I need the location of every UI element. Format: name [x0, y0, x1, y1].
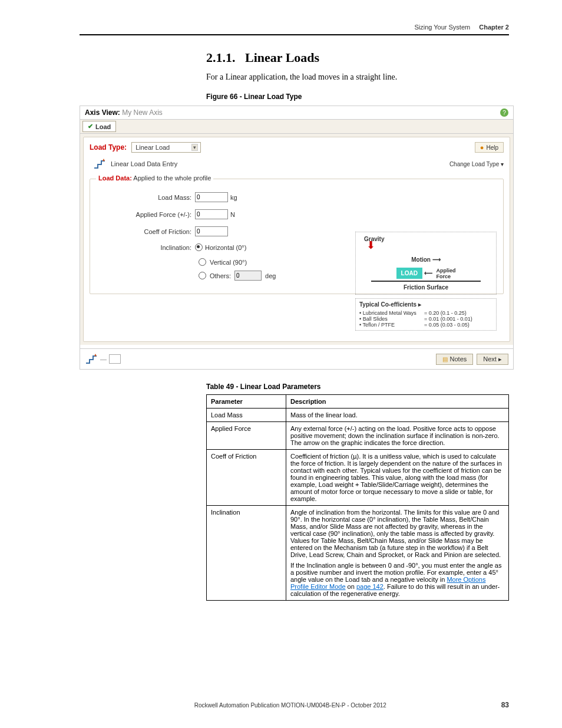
applied-force-unit: N [230, 211, 235, 218]
param-cell: Inclination [207, 506, 286, 601]
tab-label: Load [95, 123, 111, 130]
check-icon: ✔ [88, 123, 93, 130]
inclination-p1: Angle of inclination from the horizontal… [290, 509, 504, 558]
profile-icon[interactable] [85, 353, 98, 365]
linear-load-icon [93, 157, 106, 170]
table-row: Load Mass Mass of the linear load. [207, 409, 509, 422]
page-number: 83 [501, 701, 509, 709]
inclination-others-label: Others: [210, 272, 231, 279]
table-row: Coeff of Friction Coefficient of frictio… [207, 450, 509, 506]
help-bulb-icon: ● [480, 144, 484, 151]
inclination-others-input[interactable] [234, 271, 262, 281]
coeff-friction-input[interactable] [195, 226, 228, 236]
inclination-vertical-radio[interactable] [199, 258, 206, 266]
header-chapter: Chapter 2 [479, 24, 509, 31]
notes-icon: ▤ [442, 356, 448, 363]
inclination-others-unit: deg [265, 272, 276, 279]
load-type-label: Load Type: [90, 143, 127, 151]
th-parameter: Parameter [207, 395, 286, 409]
section-title: Linear Loads [245, 50, 319, 65]
desc-cell: Any external force (+/-) acting on the l… [286, 422, 509, 450]
section-number: 2.1.1. [206, 50, 236, 65]
load-diagram: Gravity ⬇ Motion ⟶ LOAD ⟵ AppliedForce F… [355, 232, 497, 331]
axis-view-value: My New Axis [122, 108, 163, 117]
inclination-horizontal-label: Horizontal (0°) [205, 244, 246, 251]
page-footer: Rockwell Automation Publication MOTION-U… [80, 701, 509, 709]
motion-label: Motion ⟶ [359, 256, 492, 263]
panel: Load Type: Linear Load ● Help Linear L [80, 134, 513, 345]
link-page-142[interactable]: page 142 [356, 583, 384, 590]
parameters-table: Parameter Description Load Mass Mass of … [206, 394, 509, 601]
fieldset-label-rest: Applied to the whole profile [133, 174, 211, 182]
app-screenshot: Axis View: My New Axis ? ✔ Load Load Typ… [80, 106, 514, 370]
help-icon[interactable]: ? [500, 108, 508, 117]
th-description: Description [286, 395, 509, 409]
intro-text: For a Linear application, the load moves… [206, 73, 509, 82]
applied-force-label: Applied Force (+/-): [97, 211, 195, 218]
friction-surface-line [371, 281, 481, 282]
load-block: LOAD [396, 268, 422, 279]
typical-coefficients-box: Typical Co-efficients ▸ • Lubricated Met… [355, 298, 497, 331]
next-button[interactable]: Next ▸ [477, 354, 508, 365]
change-load-type-link[interactable]: Change Load Type ▾ [449, 161, 504, 167]
figure-caption: Figure 66 - Linear Load Type [206, 93, 509, 101]
load-type-combo[interactable]: Linear Load [131, 142, 201, 153]
tab-strip: ✔ Load [80, 119, 513, 134]
header-title: Sizing Your System [414, 24, 470, 31]
gravity-label: Gravity [359, 236, 492, 242]
inclination-vertical-label: Vertical (90°) [210, 259, 247, 266]
bottom-toolbar: — ▤ Notes Next ▸ [80, 348, 513, 369]
fieldset-label-bold: Load Data: [98, 174, 132, 182]
param-cell: Load Mass [207, 409, 286, 422]
load-mass-input[interactable] [195, 192, 228, 202]
applied-force-diagram-label: AppliedForce [436, 268, 455, 279]
inclination-horizontal-radio[interactable] [195, 243, 203, 251]
table-row: Inclination Angle of inclination from th… [207, 506, 509, 601]
desc-cell: Angle of inclination from the horizontal… [286, 506, 509, 601]
load-mass-unit: kg [230, 194, 237, 201]
arrow-left-icon: ⟵ [424, 270, 432, 276]
applied-force-input[interactable] [195, 209, 228, 219]
inclination-label: Inclination: [97, 244, 195, 251]
section-heading: 2.1.1. Linear Loads [206, 50, 509, 65]
desc-cell: Coefficient of friction (µ). It is a uni… [286, 450, 509, 506]
publication-info: Rockwell Automation Publication MOTION-U… [194, 702, 386, 709]
notes-button[interactable]: ▤ Notes [436, 354, 474, 365]
running-header: Sizing Your System Chapter 2 [80, 24, 509, 35]
entry-title: Linear Load Data Entry [111, 160, 177, 167]
coeff-friction-label: Coeff of Friction: [97, 228, 195, 235]
inclination-others-radio[interactable] [199, 272, 206, 279]
desc-cell: Mass of the linear load. [286, 409, 509, 422]
tab-load[interactable]: ✔ Load [82, 121, 116, 132]
help-button[interactable]: ● Help [475, 142, 504, 153]
table-title: Table 49 - Linear Load Parameters [206, 383, 509, 391]
param-cell: Coeff of Friction [207, 450, 286, 506]
gravity-arrow-icon: ⬇ [359, 242, 492, 248]
param-cell: Applied Force [207, 422, 286, 450]
coeff-title: Typical Co-efficients ▸ [359, 301, 492, 308]
table-row: Applied Force Any external force (+/-) a… [207, 422, 509, 450]
inclination-p2: If the Inclination angle is between 0 an… [290, 562, 504, 597]
friction-surface-label: Friction Surface [359, 284, 492, 291]
load-mass-label: Load Mass: [97, 194, 195, 201]
axis-view-label: Axis View: [85, 108, 120, 117]
axis-view-bar: Axis View: My New Axis ? [80, 106, 513, 119]
placeholder-icon[interactable] [109, 354, 121, 364]
